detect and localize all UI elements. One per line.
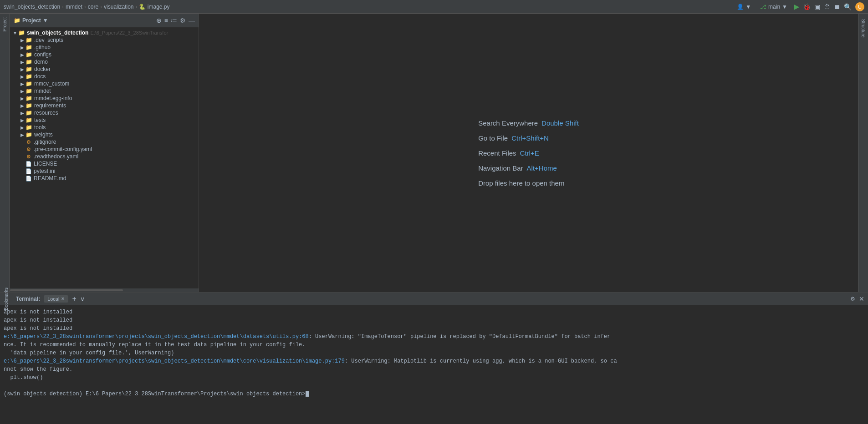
stop-button[interactable]: ⏹ [834,3,840,10]
terminal-panel: Bookmarks Terminal: Local ✕ + ∨ ⚙ ✕ apex… [0,292,868,424]
collapse-icon[interactable]: ≡ [164,17,168,24]
run-button[interactable]: ▶ [794,2,799,11]
root-label: swin_objects_detection [27,30,88,36]
profile-button[interactable]: ⏱ [824,3,830,10]
tree-item-pytest-ini[interactable]: 📄 pytest.ini [10,167,199,175]
project-tab[interactable]: Project [1,14,8,35]
root-arrow: ▼ [12,30,18,35]
terminal-line-6: e:\6_papers\22_3_28swintransformer\proje… [4,357,864,374]
folder-icon: 📁 [26,131,32,138]
item-label: LICENSE [34,161,57,167]
branch-chevron: ▼ [782,4,787,10]
hint-shortcut-search: Double Shift [541,119,579,127]
terminal-settings-icon[interactable]: ⚙ [850,296,855,302]
arrow: ▶ [19,132,26,137]
folder-icon: 📁 [26,66,32,72]
arrow: ▶ [19,67,26,72]
debug-button[interactable]: 🐞 [803,3,811,10]
breadcrumb-item-3[interactable]: core [88,4,98,10]
item-label: tools [34,124,46,131]
tree-item-configs[interactable]: ▶ 📁 configs [10,51,199,58]
arrow: ▶ [19,111,26,116]
hint-navigation-bar: Navigation Bar Alt+Home [478,164,557,172]
minimize-icon[interactable]: — [189,17,195,24]
hint-label-goto: Go to File [478,134,508,142]
tree-root[interactable]: ▼ 📁 swin_objects_detection E:\6_Papers\2… [10,29,199,36]
branch-selector[interactable]: ⎇ main ▼ [757,3,790,11]
terminal-tab-label: Local [47,296,59,302]
tree-item-tests[interactable]: ▶ 📁 tests [10,116,199,124]
tree-item-docs[interactable]: ▶ 📁 docs [10,73,199,80]
tree-item-requirements[interactable]: ▶ 📁 requirements [10,102,199,109]
breadcrumb-item-5[interactable]: 🐍 image.py [139,4,169,10]
avatar: U [855,2,864,11]
coverage-button[interactable]: ▣ [814,3,820,10]
breadcrumb: swin_objects_detection › mmdet › core › … [4,4,734,10]
folder-icon: 📁 [26,102,32,109]
file-icon: ⚙ [26,146,32,152]
terminal-more-button[interactable]: ∨ [80,295,85,303]
item-label: .gitignore [34,139,56,145]
item-label: docs [34,73,46,80]
terminal-link-1[interactable]: e:\6_papers\22_3_28swintransformer\proje… [4,333,309,340]
item-label: requirements [34,102,66,109]
project-label: Project [22,17,41,24]
terminal-content[interactable]: apex is not installed apex is not instal… [0,305,868,424]
item-label: mmdet.egg-info [34,95,72,101]
breadcrumb-item-2[interactable]: mmdet [66,4,82,10]
add-terminal-button[interactable]: + [72,295,76,303]
hint-label-search: Search Everywhere [478,119,538,127]
folder-icon: 📁 [26,124,32,131]
project-header: 📁 Project ▼ ⊕ ≡ ≔ ⚙ — [10,14,199,27]
hint-shortcut-recent: Ctrl+E [520,149,539,157]
branch-icon: ⎇ [760,4,766,10]
tree-item-mmdet-egg-info[interactable]: ▶ 📁 mmdet.egg-info [10,95,199,102]
tree-item-gitignore[interactable]: ⚙ .gitignore [10,138,199,146]
terminal-line-7: plt.show() [4,374,864,382]
tree-item-mmdet[interactable]: ▶ 📁 mmdet [10,87,199,95]
user-menu[interactable]: 👤 ▼ [734,3,754,11]
tree-item-precommit[interactable]: ⚙ .pre-commit-config.yaml [10,146,199,153]
arrow: ▶ [19,74,26,79]
arrow: ▶ [19,52,26,57]
locate-icon[interactable]: ⊕ [156,17,162,24]
tree-item-github[interactable]: ▶ 📁 .github [10,44,199,51]
arrow: ▶ [19,45,26,50]
tree-item-readthedocs[interactable]: ⚙ .readthedocs.yaml [10,153,199,160]
terminal-label: Terminal: [16,296,40,302]
item-label: .github [34,44,51,50]
tree-item-docker[interactable]: ▶ 📁 docker [10,66,199,73]
tree-item-weights[interactable]: ▶ 📁 weights [10,131,199,138]
tree-item-mmcv-custom[interactable]: ▶ 📁 mmcv_custom [10,80,199,87]
hint-search-everywhere: Search Everywhere Double Shift [478,119,579,127]
tree-item-demo[interactable]: ▶ 📁 demo [10,58,199,66]
terminal-local-tab[interactable]: Local ✕ [44,295,68,303]
tree-item-readme[interactable]: 📄 README.md [10,175,199,182]
terminal-link-2[interactable]: e:\6_papers\22_3_28swintransformer\proje… [4,358,345,364]
file-icon: ⚙ [26,154,32,160]
project-chevron[interactable]: ▼ [43,17,48,24]
top-bar: swin_objects_detection › mmdet › core › … [0,0,868,14]
breadcrumb-item-1[interactable]: swin_objects_detection [4,4,60,10]
breadcrumb-item-4[interactable]: visualization [104,4,133,10]
hint-goto-file: Go to File Ctrl+Shift+N [478,134,549,142]
terminal-close-tab-icon[interactable]: ✕ [61,296,65,301]
folder-icon: 📁 [26,59,32,65]
tree-item-tools[interactable]: ▶ 📁 tools [10,124,199,131]
search-everywhere-button[interactable]: 🔍 [844,3,852,10]
terminal-close-button[interactable]: ✕ [859,295,864,303]
terminal-line-3: apex is not installed [4,324,864,333]
tree-item-dev-scripts[interactable]: ▶ 📁 .dev_scripts [10,36,199,44]
bookmarks-tab[interactable]: Bookmarks [4,288,9,310]
item-label: .readthedocs.yaml [34,153,78,160]
folder-icon: 📁 [26,95,32,101]
arrow: ▶ [19,125,26,130]
tree-item-license[interactable]: 📄 LICENSE [10,160,199,167]
settings-icon[interactable]: ⚙ [180,17,186,24]
tree-item-resources[interactable]: ▶ 📁 resources [10,109,199,116]
structure-tab[interactable]: Structure [860,15,867,41]
terminal-header: Bookmarks Terminal: Local ✕ + ∨ ⚙ ✕ [0,293,868,305]
expand-icon[interactable]: ≔ [171,17,177,24]
editor-area: Search Everywhere Double Shift Go to Fil… [199,14,858,292]
root-folder-icon: 📁 [18,30,25,36]
